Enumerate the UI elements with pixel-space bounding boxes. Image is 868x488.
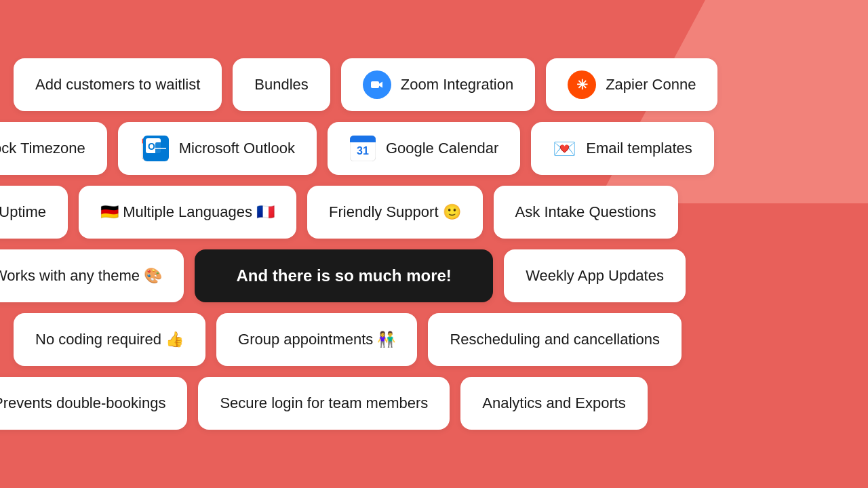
zoom-pill[interactable]: Zoom Integration [341, 58, 535, 111]
analytics-pill[interactable]: Analytics and Exports [460, 377, 648, 430]
theme-label: Works with any theme 🎨 [0, 267, 162, 285]
grid-container: Add customers to waitlist Bundles Zoom I… [0, 0, 868, 488]
row-5: No coding required 👍 Group appointments … [14, 308, 868, 371]
email-icon: 💌 [553, 138, 576, 160]
languages-label: 🇩🇪 Multiple Languages 🇫🇷 [100, 203, 275, 221]
timezone-pill[interactable]: ock Timezone [0, 122, 107, 175]
group-label: Group appointments 👫 [238, 331, 395, 348]
support-pill[interactable]: Friendly Support 🙂 [307, 186, 483, 239]
svg-rect-8 [350, 140, 376, 142]
weekly-updates-label: Weekly App Updates [526, 267, 664, 285]
row-6: Prevents double-bookings Secure login fo… [0, 371, 868, 435]
intake-pill[interactable]: Ask Intake Questions [494, 186, 678, 239]
zoom-icon [363, 70, 391, 99]
outlook-label: Microsoft Outlook [179, 140, 295, 157]
timezone-label: ock Timezone [0, 140, 85, 157]
double-bookings-label: Prevents double-bookings [0, 394, 165, 412]
rescheduling-pill[interactable]: Rescheduling and cancellations [428, 313, 681, 366]
intake-label: Ask Intake Questions [515, 203, 656, 221]
more-pill[interactable]: And there is so much more! [195, 249, 493, 302]
email-templates-label: Email templates [586, 140, 692, 157]
email-templates-pill[interactable]: 💌 Email templates [531, 122, 714, 175]
languages-pill[interactable]: 🇩🇪 Multiple Languages 🇫🇷 [79, 186, 296, 239]
bundles-pill[interactable]: Bundles [233, 58, 330, 111]
no-coding-pill[interactable]: No coding required 👍 [14, 313, 205, 366]
analytics-label: Analytics and Exports [482, 394, 626, 412]
secure-login-label: Secure login for team members [220, 394, 428, 412]
add-customers-pill[interactable]: Add customers to waitlist [14, 58, 222, 111]
uptime-label: o Uptime [0, 203, 46, 221]
gcal-label: Google Calendar [386, 140, 498, 157]
zapier-icon: ✳ [568, 70, 596, 99]
row-1: Add customers to waitlist Bundles Zoom I… [14, 53, 868, 117]
more-label: And there is so much more! [236, 266, 451, 285]
weekly-updates-pill[interactable]: Weekly App Updates [504, 249, 686, 302]
rescheduling-label: Rescheduling and cancellations [450, 331, 659, 348]
gcal-pill[interactable]: 31 Google Calendar [328, 122, 520, 175]
row-2: ock Timezone 🗓️ O Microsoft Outlook [0, 117, 868, 180]
no-coding-label: No coding required 👍 [35, 331, 184, 348]
add-customers-label: Add customers to waitlist [35, 76, 200, 94]
outlook-pill[interactable]: 🗓️ O Microsoft Outlook [118, 122, 317, 175]
zapier-label: Zapier Conne [606, 76, 696, 94]
theme-pill[interactable]: Works with any theme 🎨 [0, 249, 184, 302]
uptime-pill[interactable]: o Uptime [0, 186, 68, 239]
bundles-label: Bundles [254, 76, 309, 94]
row-3: o Uptime 🇩🇪 Multiple Languages 🇫🇷 Friend… [0, 180, 868, 244]
zoom-label: Zoom Integration [401, 76, 513, 94]
group-pill[interactable]: Group appointments 👫 [216, 313, 417, 366]
outlook-icon-custom: O [142, 135, 170, 162]
support-label: Friendly Support 🙂 [329, 203, 461, 221]
zapier-pill[interactable]: ✳ Zapier Conne [546, 58, 717, 111]
svg-text:O: O [148, 141, 155, 152]
svg-rect-0 [371, 81, 379, 88]
row-4: Works with any theme 🎨 And there is so m… [0, 244, 868, 308]
gcal-icon: 31 [349, 135, 376, 162]
svg-text:31: 31 [357, 145, 369, 157]
secure-login-pill[interactable]: Secure login for team members [198, 377, 450, 430]
double-bookings-pill[interactable]: Prevents double-bookings [0, 377, 187, 430]
